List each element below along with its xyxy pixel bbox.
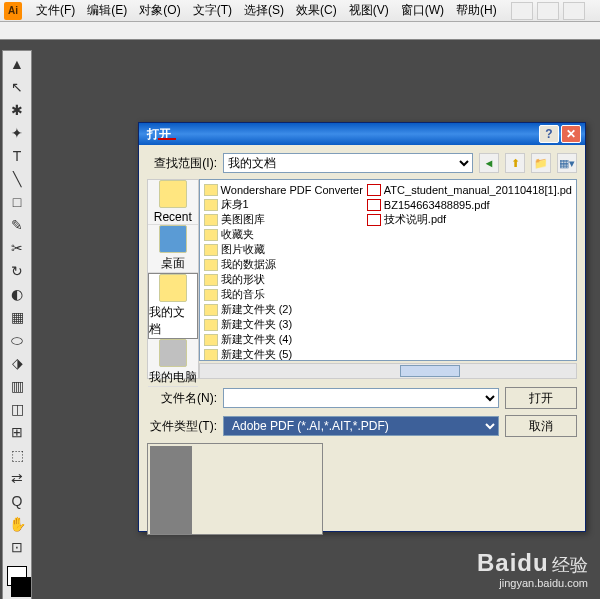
place-label: Recent: [154, 210, 192, 224]
menu-window[interactable]: 窗口(W): [395, 0, 450, 21]
file-item[interactable]: 新建文件夹 (3): [202, 317, 365, 332]
stroke-color[interactable]: [11, 577, 31, 597]
filename-label: 文件名(N):: [147, 390, 217, 407]
view-menu-button[interactable]: ▦▾: [557, 153, 577, 173]
file-item[interactable]: 我的数据源: [202, 257, 365, 272]
tool-magic-wand[interactable]: ✱: [5, 99, 29, 121]
folder-icon: [159, 274, 187, 302]
file-item[interactable]: 新建文件夹 (5): [202, 347, 365, 361]
tool-warp[interactable]: ◐: [5, 283, 29, 305]
tool-eyedropper[interactable]: ⊞: [5, 421, 29, 443]
menu-bar: Ai 文件(F) 编辑(E) 对象(O) 文字(T) 选择(S) 效果(C) 视…: [0, 0, 600, 22]
file-item[interactable]: 我的形状: [202, 272, 365, 287]
tool-rectangle[interactable]: □: [5, 191, 29, 213]
tool-pencil[interactable]: ✎: [5, 214, 29, 236]
filename-input[interactable]: [223, 388, 499, 408]
tool-type[interactable]: T: [5, 145, 29, 167]
file-name: 我的形状: [221, 272, 265, 287]
pdf-icon: [367, 199, 381, 211]
file-item[interactable]: 技术说明.pdf: [365, 212, 574, 227]
menu-file[interactable]: 文件(F): [30, 0, 81, 21]
tool-direct-select[interactable]: ↖: [5, 76, 29, 98]
file-item[interactable]: 新建文件夹 (4): [202, 332, 365, 347]
watermark: Baidu 经验 jingyan.baidu.com: [477, 549, 588, 589]
file-name: 美图图库: [221, 212, 265, 227]
toolbar-btn-3[interactable]: [563, 2, 585, 20]
place-desktop[interactable]: 桌面: [148, 225, 198, 273]
tool-mesh[interactable]: ▥: [5, 375, 29, 397]
folder-icon: [204, 184, 218, 196]
scrollbar-thumb[interactable]: [400, 365, 460, 377]
folder-icon: [204, 214, 218, 226]
file-name: 收藏夹: [221, 227, 254, 242]
close-button[interactable]: ✕: [561, 125, 581, 143]
file-item[interactable]: 我的音乐: [202, 287, 365, 302]
file-item[interactable]: 新建文件夹 (2): [202, 302, 365, 317]
open-button[interactable]: 打开: [505, 387, 577, 409]
tool-selection[interactable]: ▲: [5, 53, 29, 75]
new-folder-button[interactable]: 📁: [531, 153, 551, 173]
file-name: 新建文件夹 (3): [221, 317, 293, 332]
file-item[interactable]: ATC_student_manual_20110418[1].pd: [365, 182, 574, 197]
file-item[interactable]: 收藏夹: [202, 227, 365, 242]
places-bar: Recent 桌面 我的文档 我的电脑: [147, 179, 199, 379]
file-item[interactable]: Wondershare PDF Converter: [202, 182, 365, 197]
place-label: 我的文档: [149, 304, 197, 338]
lookin-select[interactable]: 我的文档: [223, 153, 473, 173]
file-name: 我的音乐: [221, 287, 265, 302]
tool-free-transform[interactable]: ▦: [5, 306, 29, 328]
cancel-button[interactable]: 取消: [505, 415, 577, 437]
place-mydocs[interactable]: 我的文档: [148, 273, 198, 339]
place-recent[interactable]: Recent: [148, 180, 198, 225]
file-item[interactable]: 床身1: [202, 197, 365, 212]
file-item[interactable]: 图片收藏: [202, 242, 365, 257]
menu-edit[interactable]: 编辑(E): [81, 0, 133, 21]
menu-object[interactable]: 对象(O): [133, 0, 186, 21]
help-button[interactable]: ?: [539, 125, 559, 143]
ruler: [0, 22, 600, 40]
folder-icon: [204, 229, 218, 241]
tool-panel: ▲ ↖ ✱ ✦ T ╲ □ ✎ ✂ ↻ ◐ ▦ ⬭ ⬗ ▥ ◫ ⊞ ⬚ ⇄ Q …: [2, 50, 32, 599]
file-name: 我的数据源: [221, 257, 276, 272]
place-computer[interactable]: 我的电脑: [148, 339, 198, 387]
tool-lasso[interactable]: ✦: [5, 122, 29, 144]
tool-slice[interactable]: ⇄: [5, 467, 29, 489]
up-button[interactable]: ⬆: [505, 153, 525, 173]
file-name: 新建文件夹 (5): [221, 347, 293, 361]
computer-icon: [159, 339, 187, 367]
place-label: 桌面: [161, 255, 185, 272]
file-name: 床身1: [221, 197, 249, 212]
toolbar-btn-1[interactable]: [511, 2, 533, 20]
file-item[interactable]: 美图图库: [202, 212, 365, 227]
tool-rotate[interactable]: ↻: [5, 260, 29, 282]
tool-graph[interactable]: ⬗: [5, 352, 29, 374]
tool-artboard[interactable]: ⊡: [5, 536, 29, 558]
tool-blend[interactable]: ⬚: [5, 444, 29, 466]
tool-scissors[interactable]: ✂: [5, 237, 29, 259]
file-name: BZ154663488895.pdf: [384, 199, 490, 211]
file-list[interactable]: Wondershare PDF Converter床身1美图图库收藏夹图片收藏我…: [199, 179, 577, 361]
menu-type[interactable]: 文字(T): [187, 0, 238, 21]
folder-icon: [159, 180, 187, 208]
tool-zoom[interactable]: Q: [5, 490, 29, 512]
folder-icon: [204, 319, 218, 331]
back-button[interactable]: ◄: [479, 153, 499, 173]
toolbar-btn-2[interactable]: [537, 2, 559, 20]
tool-line[interactable]: ╲: [5, 168, 29, 190]
dialog-titlebar[interactable]: 打开 ? ✕: [139, 123, 585, 145]
menu-select[interactable]: 选择(S): [238, 0, 290, 21]
folder-icon: [204, 334, 218, 346]
menu-view[interactable]: 视图(V): [343, 0, 395, 21]
tool-symbol[interactable]: ⬭: [5, 329, 29, 351]
menu-effect[interactable]: 效果(C): [290, 0, 343, 21]
file-name: 技术说明.pdf: [384, 212, 446, 227]
file-item[interactable]: BZ154663488895.pdf: [365, 197, 574, 212]
menu-help[interactable]: 帮助(H): [450, 0, 503, 21]
tool-gradient[interactable]: ◫: [5, 398, 29, 420]
tool-hand[interactable]: ✋: [5, 513, 29, 535]
dialog-title-text: 打开: [143, 126, 537, 143]
horizontal-scrollbar[interactable]: [199, 363, 577, 379]
pdf-icon: [367, 214, 381, 226]
pdf-icon: [367, 184, 381, 196]
filetype-select[interactable]: Adobe PDF (*.AI,*.AIT,*.PDF): [223, 416, 499, 436]
